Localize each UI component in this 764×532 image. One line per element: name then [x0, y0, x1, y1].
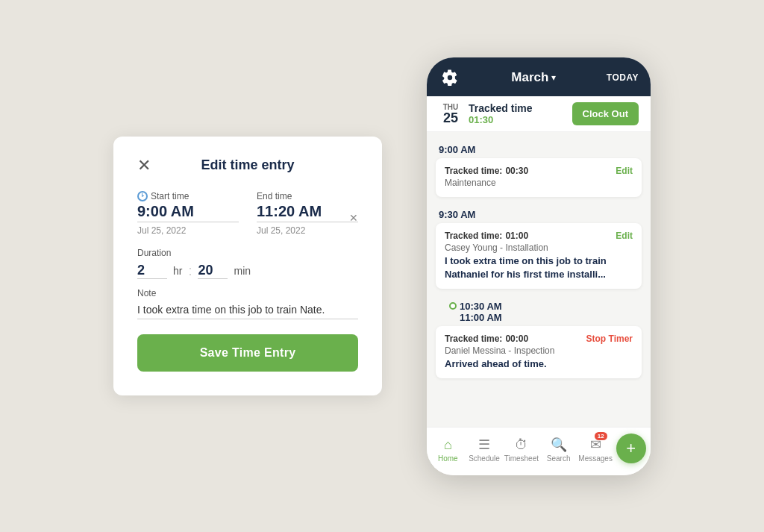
- edit-time-entry-card: ✕ Edit time entry Start time 9:00 AM Jul…: [113, 137, 382, 395]
- nav-timesheet[interactable]: ⏱ Timesheet: [504, 437, 539, 463]
- nav-home[interactable]: ⌂ Home: [431, 437, 464, 463]
- nav-schedule-label: Schedule: [469, 454, 500, 463]
- tracked-info: Tracked time 01:30: [469, 102, 566, 125]
- end-time-label: End time: [257, 191, 358, 201]
- start-time-label: Start time: [137, 191, 239, 201]
- start-date-value: Jul 25, 2022: [137, 225, 239, 236]
- tracked-time-3: 00:00: [505, 334, 528, 344]
- time-range-bottom: 11:00 AM: [460, 312, 502, 323]
- nav-search-label: Search: [547, 454, 571, 463]
- duration-inputs: hr : min: [137, 263, 358, 279]
- duration-separator: :: [188, 263, 192, 279]
- hr-unit-label: hr: [173, 265, 182, 277]
- duration-label: Duration: [137, 248, 358, 258]
- nav-messages[interactable]: ✉ 12 Messages: [578, 436, 613, 463]
- start-time-value[interactable]: 9:00 AM: [137, 203, 239, 222]
- nav-home-label: Home: [438, 454, 458, 463]
- time-slot-900: 9:00 AM: [427, 138, 651, 158]
- entry-subtitle-1: Maintenance: [445, 178, 633, 188]
- tracked-row-3: Tracked time: 00:00: [445, 334, 528, 344]
- time-range-labels: 10:30 AM 11:00 AM: [460, 301, 502, 323]
- entry-card-maintenance: Tracked time: 00:30 Edit Maintenance: [436, 158, 642, 197]
- tracked-label-3: Tracked time:: [445, 334, 502, 344]
- tracked-row-1: Tracked time: 00:30: [445, 166, 528, 176]
- bottom-nav: ⌂ Home ☰ Schedule ⏱ Timesheet 🔍 Search: [427, 427, 651, 475]
- time-slot-1030-1100: 10:30 AM 11:00 AM: [427, 295, 651, 326]
- duration-hours-input[interactable]: [137, 263, 167, 279]
- end-date-value: Jul 25, 2022: [257, 225, 358, 236]
- clock-out-button[interactable]: Clock Out: [572, 102, 639, 125]
- note-input[interactable]: [137, 304, 358, 319]
- entry-subtitle-3: Daniel Messina - Inspection: [445, 345, 633, 356]
- month-selector[interactable]: March ▾: [511, 70, 556, 85]
- edit-card-title: Edit time entry: [201, 157, 294, 173]
- entry-header-1: Tracked time: 00:30 Edit: [445, 166, 633, 176]
- settings-icon-button[interactable]: [439, 66, 461, 89]
- start-time-field: Start time 9:00 AM Jul 25, 2022: [137, 191, 239, 236]
- timeline: 9:00 AM Tracked time: 00:30 Edit Mainten…: [427, 132, 651, 427]
- date-badge: THU 25: [439, 103, 463, 125]
- edit-link-1[interactable]: Edit: [616, 166, 633, 176]
- time-range-top: 10:30 AM: [460, 301, 502, 312]
- save-time-entry-button[interactable]: Save Time Entry: [137, 334, 358, 372]
- clock-icon: [137, 191, 148, 201]
- search-icon: 🔍: [551, 436, 567, 453]
- tracked-time-bar: THU 25 Tracked time 01:30 Clock Out: [427, 96, 651, 132]
- time-slot-930: 9:30 AM: [427, 203, 651, 223]
- tracked-label-1: Tracked time:: [445, 166, 502, 176]
- note-section: Note: [137, 288, 358, 319]
- nav-timesheet-label: Timesheet: [504, 454, 539, 463]
- gear-icon: [442, 69, 458, 86]
- nav-schedule[interactable]: ☰ Schedule: [468, 436, 501, 463]
- month-chevron-icon: ▾: [551, 72, 556, 83]
- nav-messages-label: Messages: [578, 454, 613, 463]
- entry-card-installation: Tracked time: 01:00 Edit Casey Young - I…: [436, 223, 642, 289]
- messages-badge-wrapper: ✉ 12: [590, 436, 601, 453]
- day-number: 25: [443, 111, 458, 125]
- day-label: THU: [443, 103, 459, 111]
- edit-link-2[interactable]: Edit: [616, 231, 633, 241]
- entry-note-2: I took extra time on this job to train N…: [445, 254, 633, 281]
- end-time-field: End time 11:20 AM Jul 25, 2022 ✕: [257, 191, 358, 236]
- duration-section: Duration hr : min: [137, 248, 358, 279]
- entry-header-2: Tracked time: 01:00 Edit: [445, 231, 633, 241]
- tracked-time-2: 01:00: [505, 231, 528, 241]
- nav-search[interactable]: 🔍 Search: [542, 436, 575, 463]
- clear-end-time-button[interactable]: ✕: [349, 212, 358, 224]
- today-button[interactable]: TODAY: [607, 72, 639, 83]
- app-header: March ▾ TODAY: [427, 57, 651, 96]
- phone-app: March ▾ TODAY THU 25 Tracked time 01:30 …: [427, 57, 651, 475]
- messages-badge-count: 12: [595, 432, 607, 440]
- min-unit-label: min: [234, 265, 251, 277]
- add-fab-button[interactable]: +: [616, 434, 646, 463]
- close-button[interactable]: ✕: [137, 157, 151, 174]
- home-icon: ⌂: [444, 437, 452, 453]
- stop-timer-button[interactable]: Stop Timer: [586, 334, 633, 344]
- tracked-time-1: 00:30: [505, 166, 528, 176]
- timesheet-icon: ⏱: [515, 437, 528, 453]
- time-fields-row: Start time 9:00 AM Jul 25, 2022 End time…: [137, 191, 358, 236]
- tracked-title: Tracked time: [469, 102, 566, 114]
- entry-header-3: Tracked time: 00:00 Stop Timer: [445, 334, 633, 344]
- tracked-label-2: Tracked time:: [445, 231, 502, 241]
- timeline-dot: [449, 302, 457, 310]
- scene: ✕ Edit time entry Start time 9:00 AM Jul…: [0, 0, 764, 532]
- tracked-row-2: Tracked time: 01:00: [445, 231, 528, 241]
- edit-card-header: ✕ Edit time entry: [137, 157, 358, 173]
- phone-inner: March ▾ TODAY THU 25 Tracked time 01:30 …: [427, 57, 651, 475]
- month-label: March: [511, 70, 548, 85]
- duration-minutes-input[interactable]: [198, 263, 228, 279]
- tracked-time-value: 01:30: [469, 114, 566, 125]
- entry-card-inspection: Tracked time: 00:00 Stop Timer Daniel Me…: [436, 326, 642, 378]
- schedule-icon: ☰: [478, 436, 490, 453]
- note-label: Note: [137, 288, 358, 298]
- entry-subtitle-2: Casey Young - Installation: [445, 242, 633, 253]
- end-time-value[interactable]: 11:20 AM: [257, 203, 358, 222]
- entry-note-3: Arrived ahead of time.: [445, 357, 633, 371]
